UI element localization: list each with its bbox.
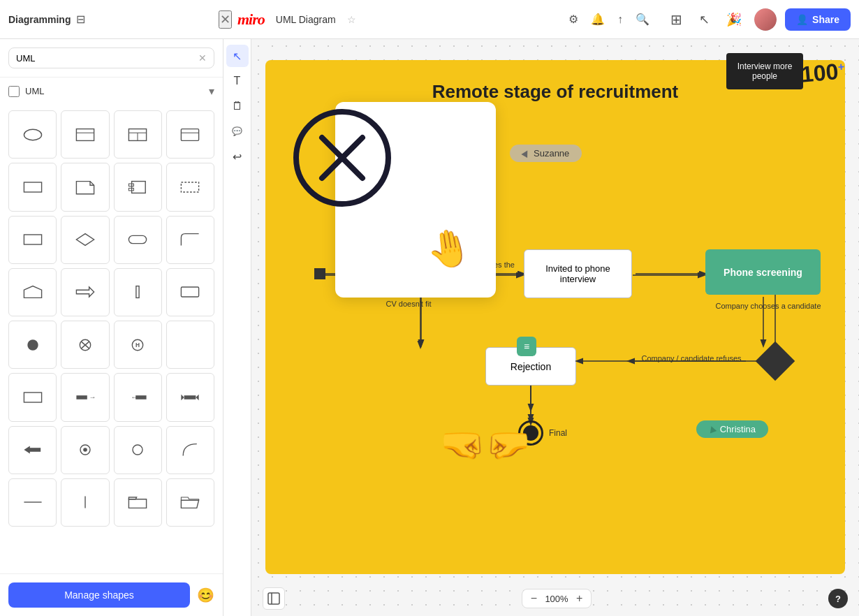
- text-tool[interactable]: T: [226, 70, 249, 92]
- category-checkbox[interactable]: [8, 86, 20, 97]
- shape-rectangle[interactable]: [8, 163, 57, 211]
- svg-rect-13: [24, 235, 41, 244]
- avatar[interactable]: [754, 8, 777, 31]
- svg-rect-12: [182, 182, 199, 192]
- note-tool[interactable]: 🗒: [226, 95, 249, 117]
- sticky-note-interview[interactable]: Interview more people: [726, 53, 803, 89]
- manage-shapes-button[interactable]: Manage shapes: [8, 582, 190, 608]
- cv-label: CV doesn't fit: [374, 300, 443, 308]
- category-header[interactable]: UML ▾: [0, 78, 223, 105]
- sticker-100: 100+: [800, 58, 846, 87]
- cursor-icon-button[interactable]: ↖: [695, 8, 714, 31]
- suzanne-cursor-icon: [521, 149, 530, 158]
- shape-diamond[interactable]: [61, 216, 109, 264]
- share-button[interactable]: 👤 Share: [785, 8, 851, 31]
- shape-note[interactable]: [61, 163, 109, 211]
- company-refuses-label: Company / candidate refuses: [622, 354, 761, 362]
- suzanne-name: Suzanne: [534, 148, 569, 159]
- shape-arrow-right[interactable]: [61, 268, 109, 316]
- shape-filled-circle[interactable]: [8, 321, 57, 369]
- shape-dashed-rect[interactable]: [166, 163, 214, 211]
- topbar-right: ⊞ ↖ 🎉 👤 Share: [666, 7, 851, 32]
- shape-rounded-corner[interactable]: [166, 216, 214, 264]
- canvas[interactable]: Remote stage of recruitment Interview mo…: [251, 39, 859, 616]
- zoom-value: 100%: [543, 594, 571, 604]
- christina-name: Christina: [720, 424, 756, 434]
- shape-component[interactable]: [114, 163, 162, 211]
- topbar-center: miro UML Diagram ☆ ⚙ 🔔 ↑ 🔍: [237, 10, 649, 29]
- svg-rect-14: [129, 236, 147, 244]
- settings-icon[interactable]: ⚙: [568, 13, 578, 26]
- select-tool[interactable]: ↖: [226, 45, 249, 67]
- celebration-sticker: 🤜🤛: [440, 423, 531, 466]
- search-input-wrap: ✕: [8, 47, 214, 68]
- shape-open-folder[interactable]: [166, 478, 214, 527]
- right-diamond: [756, 342, 795, 381]
- svg-rect-10: [129, 184, 134, 186]
- undo-tool[interactable]: ↩: [226, 145, 249, 168]
- shape-folder[interactable]: [114, 478, 162, 527]
- star-icon[interactable]: ☆: [347, 14, 356, 25]
- shape-table[interactable]: [114, 110, 162, 159]
- miro-logo: miro: [237, 10, 265, 29]
- svg-rect-1: [76, 129, 94, 140]
- bell-icon[interactable]: 🔔: [591, 13, 605, 26]
- suzanne-label: Suzanne: [510, 145, 582, 162]
- shape-rect-alt[interactable]: [8, 216, 57, 264]
- topbar-icons: ⚙ 🔔 ↑ 🔍: [568, 13, 649, 26]
- shape-ellipse[interactable]: [8, 110, 57, 159]
- zoom-in-button[interactable]: +: [576, 592, 582, 605]
- zoom-out-button[interactable]: −: [531, 592, 537, 605]
- sidebar-toggle-button[interactable]: [263, 587, 285, 610]
- search-icon[interactable]: 🔍: [636, 13, 649, 26]
- svg-text:H: H: [135, 341, 140, 348]
- emoji-button[interactable]: 😊: [197, 587, 214, 603]
- shape-vert-line[interactable]: [61, 478, 109, 527]
- shape-back-arrow[interactable]: [8, 426, 57, 474]
- help-button[interactable]: ?: [828, 589, 848, 608]
- start-node: [314, 268, 325, 279]
- shape-rect-sm[interactable]: [166, 268, 214, 316]
- shape-curve[interactable]: [166, 426, 214, 474]
- shape-card[interactable]: [166, 110, 214, 159]
- close-panel-button[interactable]: ✕: [219, 10, 232, 29]
- shape-start-node[interactable]: [61, 426, 109, 474]
- comment-tool[interactable]: 💬: [226, 120, 249, 142]
- svg-point-17: [27, 339, 38, 350]
- svg-rect-8: [24, 182, 41, 192]
- shape-arrow-both[interactable]: [166, 373, 214, 421]
- upload-icon[interactable]: ↑: [617, 13, 623, 26]
- shape-swimlane-h[interactable]: [61, 110, 109, 159]
- search-box: ✕: [0, 39, 223, 78]
- canvas-bottom-bar: − 100% + ?: [251, 581, 859, 616]
- christina-label: Christina: [696, 420, 768, 438]
- clear-search-button[interactable]: ✕: [198, 52, 207, 64]
- shape-arrow-r-filled[interactable]: →: [61, 373, 109, 421]
- shape-arrow-l-filled[interactable]: ←: [114, 373, 162, 421]
- shape-line[interactable]: [8, 478, 57, 527]
- search-input[interactable]: [16, 53, 194, 64]
- shape-fork[interactable]: [114, 426, 162, 474]
- svg-rect-24: [76, 395, 87, 399]
- shape-vertical-bar[interactable]: [114, 268, 162, 316]
- company-chooses-label: Company chooses a candidate: [712, 302, 824, 310]
- celebration-button[interactable]: 🎉: [722, 8, 746, 31]
- topbar-left: Diagramming ⊟ ✕: [8, 10, 232, 29]
- svg-point-31: [83, 448, 87, 452]
- sidebar: ✕ UML ▾: [0, 39, 223, 616]
- shape-empty[interactable]: [166, 321, 214, 369]
- hand-cursor-icon: 🤚: [423, 224, 475, 274]
- main-content: ✕ UML ▾: [0, 39, 859, 616]
- add-apps-button[interactable]: ⊞: [666, 7, 687, 32]
- shape-rect-outline[interactable]: [8, 373, 57, 421]
- sidebar-toggle-icon: [267, 592, 280, 605]
- share-label: Share: [812, 14, 839, 25]
- shape-x-circle[interactable]: [61, 321, 109, 369]
- shape-pentagon[interactable]: [8, 268, 57, 316]
- svg-rect-11: [129, 188, 134, 191]
- shape-h-circle[interactable]: H: [114, 321, 162, 369]
- filter-icon[interactable]: ⊟: [76, 13, 85, 26]
- svg-text:←: ←: [131, 393, 138, 401]
- shape-stadium[interactable]: [114, 216, 162, 264]
- christina-cursor-icon: [707, 425, 716, 434]
